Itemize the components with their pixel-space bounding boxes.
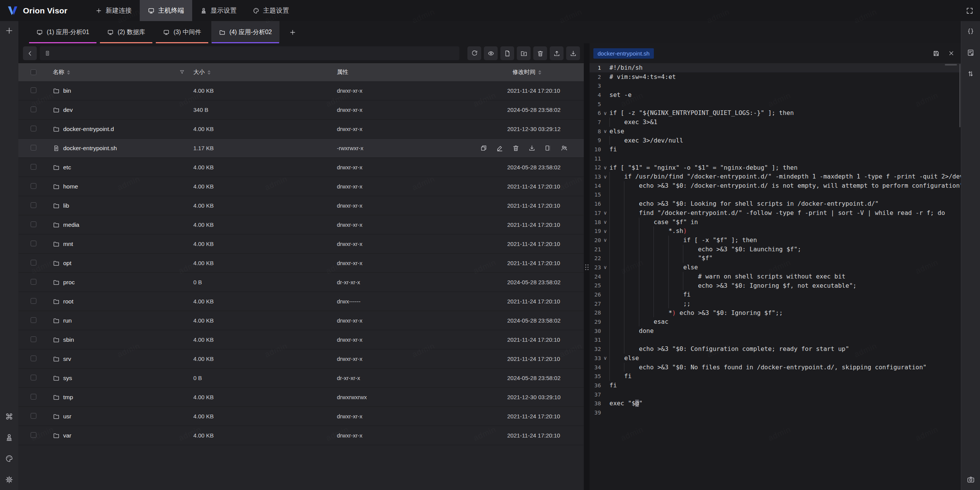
eye-button[interactable] (484, 46, 498, 60)
gear-button[interactable] (3, 473, 16, 486)
fullscreen-button[interactable] (964, 5, 975, 16)
file-row[interactable]: srv4.00 KBdrwxr-xr-x2021-11-24 17:20:10 (18, 349, 584, 369)
file-name[interactable]: mnt (63, 241, 73, 247)
camera-button[interactable] (964, 473, 977, 486)
new-folder-button[interactable] (517, 46, 531, 60)
move-action-button[interactable] (544, 144, 552, 152)
path-input[interactable] (40, 46, 459, 60)
file-name[interactable]: root (63, 298, 74, 305)
fold-arrow-icon[interactable]: ∨ (601, 264, 609, 270)
row-checkbox[interactable] (31, 87, 36, 93)
doc-bookmark-button[interactable] (964, 46, 977, 59)
file-name[interactable]: usr (63, 413, 72, 420)
file-name[interactable]: dev (63, 107, 73, 113)
row-checkbox[interactable] (31, 260, 36, 265)
row-checkbox[interactable] (31, 164, 36, 170)
terminal-tab[interactable]: (2) 数据库 (100, 21, 153, 43)
file-name[interactable]: sys (63, 375, 72, 382)
row-checkbox[interactable] (31, 107, 36, 112)
terminal-tab[interactable]: (3) 中间件 (155, 21, 209, 43)
panel-splitter[interactable] (584, 43, 590, 490)
palette-button[interactable] (3, 452, 16, 465)
add-tab-button[interactable] (286, 26, 299, 39)
column-mtime[interactable]: 修改时间 (513, 69, 536, 76)
file-name[interactable]: bin (63, 87, 71, 94)
back-button[interactable] (23, 46, 37, 60)
terminal-tab[interactable]: (1) 应用-分析01 (29, 21, 97, 43)
fold-arrow-icon[interactable]: ∨ (601, 128, 609, 134)
file-row[interactable]: tmp4.00 KBdrwxrwxrwx2021-12-30 03:29:10 (18, 388, 584, 407)
file-row[interactable]: docker-entrypoint.sh1.17 KB-rwxrwxr-x (18, 139, 584, 158)
nav-item-palette[interactable]: 主题设置 (245, 0, 297, 21)
close-editor-button[interactable] (946, 48, 957, 59)
sort-mtime-icon[interactable] (538, 70, 541, 75)
swap-vertical-button[interactable] (964, 67, 977, 80)
save-button[interactable] (930, 48, 942, 59)
path-list-icon[interactable] (44, 50, 51, 56)
terminal-tab[interactable]: (4) 应用-分析02 (211, 21, 279, 43)
file-row[interactable]: var4.00 KBdrwxr-xr-x2021-11-24 17:20:10 (18, 426, 584, 445)
file-row[interactable]: bin4.00 KBdrwxr-xr-x2021-11-24 17:20:10 (18, 81, 584, 100)
file-name[interactable]: sbin (63, 336, 74, 343)
fold-arrow-icon[interactable]: ∨ (601, 110, 609, 116)
row-checkbox[interactable] (31, 394, 36, 400)
nav-item-monitor[interactable]: 主机终端 (140, 0, 192, 21)
plus-button[interactable] (3, 24, 16, 37)
file-row[interactable]: opt4.00 KBdrwxr-xr-x2021-11-24 17:20:10 (18, 254, 584, 273)
file-name[interactable]: lib (63, 202, 69, 209)
file-name[interactable]: opt (63, 260, 72, 267)
fold-arrow-icon[interactable]: ∨ (601, 210, 609, 216)
code-editor[interactable]: 1#!/bin/sh2# vim:sw=4:ts=4:et34set -e56∨… (590, 63, 961, 490)
file-name[interactable]: proc (63, 279, 75, 286)
row-checkbox[interactable] (31, 375, 36, 380)
braces-button[interactable] (964, 25, 977, 38)
row-checkbox[interactable] (31, 298, 36, 304)
file-row[interactable]: proc0 Bdr-xr-xr-x2024-05-28 23:58:02 (18, 273, 584, 292)
edit-action-button[interactable] (496, 144, 503, 152)
nav-item-stamp[interactable]: 显示设置 (192, 0, 245, 21)
file-row[interactable]: sys0 Bdr-xr-xr-x2024-05-28 23:58:02 (18, 369, 584, 388)
row-checkbox[interactable] (31, 356, 36, 361)
copy-action-button[interactable] (480, 144, 487, 152)
file-name[interactable]: var (63, 432, 72, 439)
editor-scrollbar-thumb[interactable] (945, 64, 957, 66)
upload-button[interactable] (550, 46, 564, 60)
file-row[interactable]: docker-entrypoint.d4.00 KBdrwxr-xr-x2021… (18, 120, 584, 139)
file-row[interactable]: media4.00 KBdrwxr-xr-x2021-11-24 17:20:1… (18, 215, 584, 234)
select-all-checkbox[interactable] (31, 69, 36, 75)
row-checkbox[interactable] (31, 183, 36, 189)
trash-button[interactable] (533, 46, 547, 60)
fold-arrow-icon[interactable]: ∨ (601, 355, 609, 361)
file-row[interactable]: etc4.00 KBdrwxr-xr-x2024-05-28 23:58:02 (18, 158, 584, 177)
new-file-button[interactable] (500, 46, 514, 60)
editor-vertical-scrollbar[interactable] (959, 64, 960, 127)
nav-item-plus[interactable]: 新建连接 (87, 0, 140, 21)
stamp-button[interactable] (3, 431, 16, 444)
row-checkbox[interactable] (31, 279, 36, 285)
editor-file-tab[interactable]: docker-entrypoint.sh (593, 48, 654, 59)
filter-button[interactable] (179, 69, 185, 75)
file-row[interactable]: run4.00 KBdrwxr-xr-x2024-05-28 23:58:02 (18, 311, 584, 330)
file-name[interactable]: docker-entrypoint.d (63, 126, 114, 133)
row-checkbox[interactable] (31, 126, 36, 131)
sort-size-icon[interactable] (207, 70, 211, 75)
file-name[interactable]: srv (63, 356, 71, 362)
file-row[interactable]: lib4.00 KBdrwxr-xr-x2021-11-24 17:20:10 (18, 196, 584, 215)
trash-action-button[interactable] (512, 144, 519, 152)
row-checkbox[interactable] (31, 221, 36, 227)
download-button[interactable] (566, 46, 580, 60)
file-name[interactable]: media (63, 221, 79, 228)
file-row[interactable]: usr4.00 KBdrwxr-xr-x2021-11-24 17:20:10 (18, 407, 584, 426)
column-size[interactable]: 大小 (193, 69, 205, 76)
file-name[interactable]: docker-entrypoint.sh (63, 145, 117, 152)
fold-arrow-icon[interactable]: ∨ (601, 219, 609, 225)
fold-arrow-icon[interactable]: ∨ (601, 237, 609, 243)
sort-name-icon[interactable] (67, 70, 70, 75)
users-action-button[interactable] (560, 144, 568, 152)
column-name[interactable]: 名称 (53, 69, 64, 76)
file-name[interactable]: tmp (63, 394, 73, 401)
fold-arrow-icon[interactable]: ∨ (601, 228, 609, 234)
row-checkbox[interactable] (31, 241, 36, 246)
file-name[interactable]: home (63, 183, 78, 190)
file-row[interactable]: home4.00 KBdrwxr-xr-x2021-11-24 17:20:10 (18, 177, 584, 196)
